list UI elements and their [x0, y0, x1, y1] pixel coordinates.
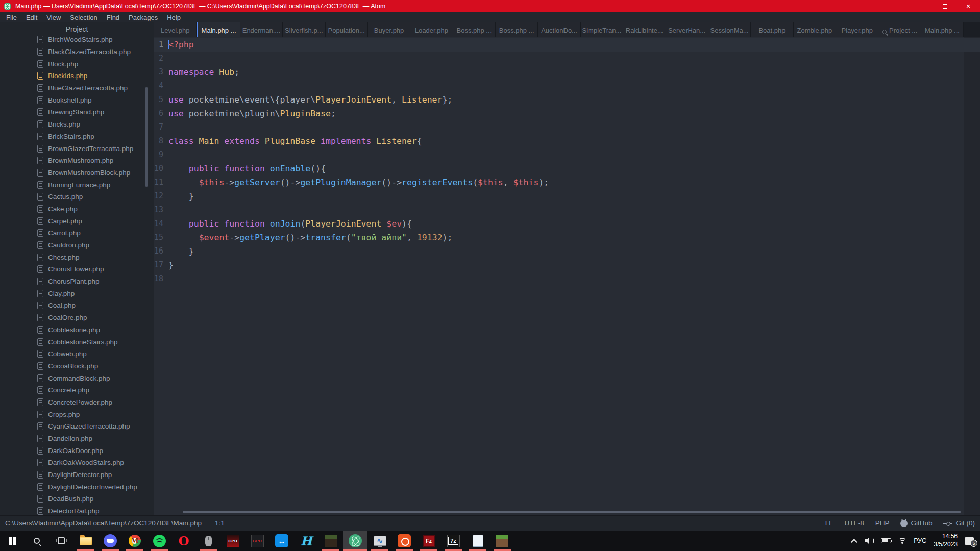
grammar-indicator[interactable]: PHP: [875, 519, 890, 527]
text-editor[interactable]: 1<?php23namespace Hub;45use pocketmine\e…: [154, 37, 980, 515]
tree-item-brownglazedterracotta-php[interactable]: BrownGlazedTerracotta.php: [0, 142, 154, 155]
taskbar-button-start[interactable]: [0, 531, 24, 551]
tree-item-blueglazedterracotta-php[interactable]: BlueGlazedTerracotta.php: [0, 82, 154, 94]
wifi-icon[interactable]: [898, 538, 906, 544]
tree-item-daylightdetectorinverted-php[interactable]: DaylightDetectorInverted.php: [0, 481, 154, 493]
tree-item-coal-php[interactable]: Coal.php: [0, 299, 154, 312]
encoding-indicator[interactable]: UTF-8: [844, 519, 864, 527]
tree-item-chorusflower-php[interactable]: ChorusFlower.php: [0, 263, 154, 276]
tab-boss-php[interactable]: Boss.php ...: [453, 22, 496, 37]
tab-population[interactable]: Population...: [326, 22, 368, 37]
taskbar-button-teamviewer[interactable]: ↔: [270, 531, 294, 551]
taskbar-button-ubuntu[interactable]: [392, 531, 416, 551]
code-line-11[interactable]: 11 $this->getServer()->getPluginManager(…: [154, 176, 980, 189]
tree-item-deadbush-php[interactable]: DeadBush.php: [0, 493, 154, 505]
tab-buyer-php[interactable]: Buyer.php: [368, 22, 410, 37]
restore-button[interactable]: [933, 0, 957, 12]
tree-item-blackglazedterracotta-php[interactable]: BlackGlazedTerracotta.php: [0, 46, 154, 58]
code-line-16[interactable]: 16 }: [154, 244, 980, 258]
tab-raklibinte[interactable]: RakLibInte...: [623, 22, 666, 37]
code-line-14[interactable]: 14 public function onJoin(PlayerJoinEven…: [154, 217, 980, 231]
code-line-15[interactable]: 15 $event->getPlayer()->transfer("твой а…: [154, 231, 980, 244]
tree-item-block-php[interactable]: Block.php: [0, 58, 154, 70]
tab-boss-php[interactable]: Boss.php ...: [496, 22, 538, 37]
tray-expand-icon[interactable]: [851, 539, 857, 545]
taskbar-button-gpu-tweak[interactable]: GPU: [220, 531, 245, 551]
tree-item-darkoakwoodstairs-php[interactable]: DarkOakWoodStairs.php: [0, 457, 154, 469]
tree-item-burningfurnace-php[interactable]: BurningFurnace.php: [0, 179, 154, 191]
tree-item-bookshelf-php[interactable]: Bookshelf.php: [0, 94, 154, 106]
menu-item-file[interactable]: File: [0, 14, 21, 21]
tab-boat-php[interactable]: Boat.php: [751, 22, 793, 37]
tab-zombie-php[interactable]: Zombie.php: [794, 22, 836, 37]
tree-item-cake-php[interactable]: Cake.php: [0, 203, 154, 215]
tab-simpletran[interactable]: SimpleTran...: [581, 22, 623, 37]
tree-item-carpet-php[interactable]: Carpet.php: [0, 215, 154, 227]
tree-scrollbar[interactable]: [145, 87, 148, 187]
tree-item-carrot-php[interactable]: Carrot.php: [0, 227, 154, 239]
menu-item-help[interactable]: Help: [162, 14, 185, 21]
taskbar-button-opera[interactable]: O: [172, 531, 196, 551]
tree-item-coalore-php[interactable]: CoalOre.php: [0, 312, 154, 324]
tree-item-detectorrail-php[interactable]: DetectorRail.php: [0, 505, 154, 515]
tree-item-birchwoodstairs-php[interactable]: BirchWoodStairs.php: [0, 34, 154, 46]
tree-item-cyanglazedterracotta-php[interactable]: CyanGlazedTerracotta.php: [0, 420, 154, 433]
code-area[interactable]: 1<?php23namespace Hub;45use pocketmine\e…: [154, 37, 980, 515]
minimize-button[interactable]: —: [910, 0, 933, 12]
taskbar-button-atom[interactable]: [343, 531, 368, 551]
language-indicator[interactable]: РУС: [914, 537, 926, 544]
tab-enderman[interactable]: Enderman....: [240, 22, 283, 37]
code-line-7[interactable]: 7: [154, 120, 980, 134]
tree-item-concrete-php[interactable]: Concrete.php: [0, 384, 154, 396]
code-line-17[interactable]: 17}: [154, 258, 980, 272]
battery-icon[interactable]: [881, 538, 891, 543]
tree-item-cauldron-php[interactable]: Cauldron.php: [0, 239, 154, 252]
tab-sessionma[interactable]: SessionMa...: [708, 22, 751, 37]
tree-item-clay-php[interactable]: Clay.php: [0, 287, 154, 299]
tree-item-bricks-php[interactable]: Bricks.php: [0, 118, 154, 131]
taskbar-button-minecraft-dark[interactable]: [318, 531, 343, 551]
github-status[interactable]: GitHub: [900, 519, 932, 527]
tab-main-php[interactable]: Main.php ...: [921, 22, 964, 37]
tree-item-brickstairs-php[interactable]: BrickStairs.php: [0, 131, 154, 143]
tree-item-chest-php[interactable]: Chest.php: [0, 251, 154, 263]
git-status[interactable]: Git (0): [943, 519, 975, 527]
tree-item-daylightdetector-php[interactable]: DaylightDetector.php: [0, 469, 154, 481]
taskbar-button-explorer[interactable]: [74, 531, 98, 551]
taskbar-button-discord[interactable]: [98, 531, 122, 551]
taskbar-button-gpu-tweak-2[interactable]: GPU: [245, 531, 270, 551]
action-center-icon[interactable]: 5: [965, 537, 974, 545]
tree-item-crops-php[interactable]: Crops.php: [0, 408, 154, 420]
tree-item-chorusplant-php[interactable]: ChorusPlant.php: [0, 276, 154, 288]
code-line-8[interactable]: 8class Main extends PluginBase implement…: [154, 134, 980, 148]
tree-item-blockids-php[interactable]: BlockIds.php: [0, 70, 154, 82]
code-line-1[interactable]: 1<?php: [154, 38, 980, 52]
menu-item-edit[interactable]: Edit: [21, 14, 42, 21]
code-line-3[interactable]: 3namespace Hub;: [154, 65, 980, 79]
code-line-9[interactable]: 9: [154, 148, 980, 162]
tree-item-commandblock-php[interactable]: CommandBlock.php: [0, 372, 154, 384]
tab-level-php[interactable]: Level.php: [154, 22, 197, 37]
code-line-13[interactable]: 13: [154, 203, 980, 217]
tree-item-dandelion-php[interactable]: Dandelion.php: [0, 433, 154, 445]
code-line-4[interactable]: 4: [154, 79, 980, 93]
taskbar-clock[interactable]: 14:56 3/5/2023: [934, 533, 958, 548]
tree-item-brownmushroomblock-php[interactable]: BrownMushroomBlock.php: [0, 167, 154, 179]
tree-item-cobblestonestairs-php[interactable]: CobblestoneStairs.php: [0, 336, 154, 348]
tab-player-php[interactable]: Player.php: [836, 22, 878, 37]
taskbar-button-hw-monitor[interactable]: ∿: [368, 531, 392, 551]
taskbar-button-search[interactable]: [24, 531, 49, 551]
code-line-12[interactable]: 12 }: [154, 189, 980, 203]
taskbar-button-notepad[interactable]: [465, 531, 490, 551]
code-line-5[interactable]: 5use pocketmine\event\{player\PlayerJoin…: [154, 93, 980, 107]
tab-auctiondo[interactable]: AuctionDo...: [538, 22, 580, 37]
taskbar-button-filezilla[interactable]: Fz: [416, 531, 441, 551]
code-line-18[interactable]: 18: [154, 272, 980, 286]
tab-silverfish-p[interactable]: Silverfish.p...: [283, 22, 325, 37]
taskbar-button-7zip[interactable]: 7z: [441, 531, 465, 551]
code-line-6[interactable]: 6use pocketmine\plugin\PluginBase;: [154, 107, 980, 120]
horizontal-scrollbar[interactable]: [183, 511, 961, 513]
tree-item-cactus-php[interactable]: Cactus.php: [0, 191, 154, 203]
menu-item-find[interactable]: Find: [102, 14, 124, 21]
tab-serverhan[interactable]: ServerHan...: [666, 22, 708, 37]
